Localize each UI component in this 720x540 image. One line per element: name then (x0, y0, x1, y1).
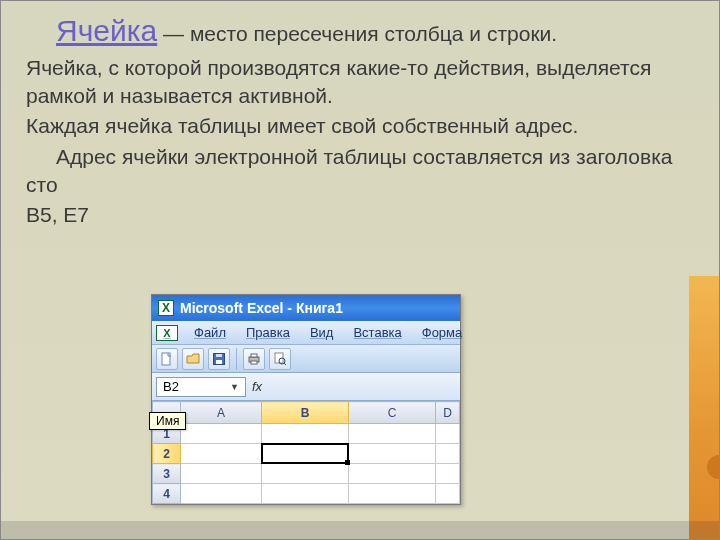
cell-C4[interactable] (349, 484, 436, 504)
row-3: 3 (153, 464, 460, 484)
cell-D4[interactable] (436, 484, 460, 504)
svg-rect-2 (216, 360, 222, 364)
row-4: 4 (153, 484, 460, 504)
cell-B2-active[interactable] (262, 444, 349, 464)
open-icon[interactable] (182, 348, 204, 370)
svg-rect-5 (251, 354, 257, 357)
paragraph-2: Ячейка, с которой производятся какие-то … (26, 54, 699, 111)
name-box[interactable]: B2 ▼ (156, 377, 246, 397)
titlebar: X Microsoft Excel - Книга1 (152, 295, 460, 321)
paragraph-4a: Адрес ячейки электронной таблицы составл… (26, 145, 672, 196)
cell-A4[interactable] (181, 484, 262, 504)
intro-text: — место пересечения столбца и строки. (157, 22, 557, 45)
paragraph-4: Адрес ячейки электронной таблицы составл… (26, 143, 699, 200)
cell-A2[interactable] (181, 444, 262, 464)
selection-box (261, 443, 349, 464)
cell-C3[interactable] (349, 464, 436, 484)
excel-window: X Microsoft Excel - Книга1 X Файл Правка… (151, 294, 461, 505)
save-icon[interactable] (208, 348, 230, 370)
preview-icon[interactable] (269, 348, 291, 370)
separator-icon (236, 348, 237, 370)
excel-app-icon: X (158, 300, 174, 316)
formula-bar: B2 ▼ fx (152, 373, 460, 401)
cell-A3[interactable] (181, 464, 262, 484)
col-C[interactable]: C (349, 402, 436, 424)
bottom-strip (1, 521, 720, 539)
menu-bar: X Файл Правка Вид Вставка Форма (152, 321, 460, 345)
spreadsheet[interactable]: A B C D 1 2 3 (152, 401, 460, 504)
cell-C2[interactable] (349, 444, 436, 464)
cell-C1[interactable] (349, 424, 436, 444)
menu-view[interactable]: Вид (300, 325, 344, 340)
menu-insert[interactable]: Вставка (343, 325, 411, 340)
col-A[interactable]: A (181, 402, 262, 424)
cell-B1[interactable] (262, 424, 349, 444)
row-1: 1 (153, 424, 460, 444)
paragraph-1: Ячейка — место пересечения столбца и стр… (26, 11, 699, 52)
new-doc-icon[interactable] (156, 348, 178, 370)
row-head-2[interactable]: 2 (153, 444, 181, 464)
cell-A1[interactable] (181, 424, 262, 444)
dropdown-caret-icon[interactable]: ▼ (230, 382, 239, 392)
menu-edit[interactable]: Правка (236, 325, 300, 340)
window-title: Microsoft Excel - Книга1 (180, 300, 343, 316)
col-D[interactable]: D (436, 402, 460, 424)
row-head-4[interactable]: 4 (153, 484, 181, 504)
paragraph-5: B5, E7 (26, 201, 699, 229)
svg-rect-6 (251, 361, 257, 364)
svg-rect-3 (216, 354, 222, 357)
row-head-3[interactable]: 3 (153, 464, 181, 484)
slide-body: Ячейка — место пересечения столбца и стр… (1, 1, 719, 230)
fx-label[interactable]: fx (252, 379, 262, 394)
excel-doc-icon: X (156, 325, 178, 341)
svg-line-9 (284, 363, 286, 365)
term-heading: Ячейка (56, 14, 157, 47)
cell-D3[interactable] (436, 464, 460, 484)
cell-D1[interactable] (436, 424, 460, 444)
col-B[interactable]: B (262, 402, 349, 424)
cell-D2[interactable] (436, 444, 460, 464)
row-2: 2 (153, 444, 460, 464)
name-box-value: B2 (163, 379, 179, 394)
menu-file[interactable]: Файл (184, 325, 236, 340)
cell-B4[interactable] (262, 484, 349, 504)
svg-rect-0 (162, 353, 170, 365)
standard-toolbar (152, 345, 460, 373)
orange-accent (689, 276, 719, 540)
column-headers: A B C D (153, 402, 460, 424)
cell-B3[interactable] (262, 464, 349, 484)
paragraph-3: Каждая ячейка таблицы имеет свой собстве… (26, 112, 699, 140)
print-icon[interactable] (243, 348, 265, 370)
tooltip-name: Имя (149, 412, 186, 430)
menu-format[interactable]: Форма (412, 325, 473, 340)
